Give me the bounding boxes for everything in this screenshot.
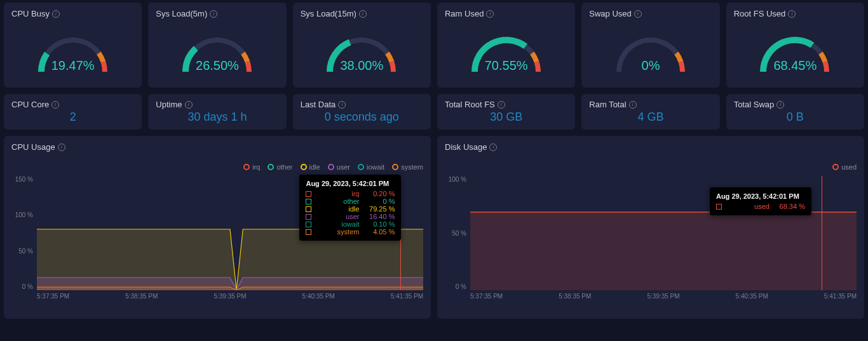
tooltip-time: Aug 29, 2023, 5:42:01 PM bbox=[716, 192, 805, 200]
stat-value: 4 GB bbox=[589, 110, 712, 124]
panel-title: Total Swap i bbox=[734, 100, 857, 109]
legend-item[interactable]: system bbox=[392, 163, 423, 171]
gauge: 26.50% bbox=[156, 18, 278, 76]
info-icon[interactable]: i bbox=[498, 101, 505, 109]
tooltip-row: iowait 0.10 % bbox=[306, 220, 395, 228]
tooltip-label: idle bbox=[315, 205, 359, 213]
gauge-panel[interactable]: Root FS Used i 68.45% bbox=[726, 3, 864, 88]
svg-marker-3 bbox=[37, 287, 423, 290]
gauge-panel[interactable]: CPU Busy i 19.47% bbox=[4, 3, 142, 88]
info-icon[interactable]: i bbox=[51, 101, 59, 109]
axis-tick: 5:41:35 PM bbox=[391, 293, 423, 300]
gauge: 38.00% bbox=[301, 18, 423, 76]
legend-swatch bbox=[832, 164, 839, 170]
legend-item[interactable]: other bbox=[268, 163, 292, 171]
legend-label: user bbox=[337, 163, 350, 171]
tooltip-label: used bbox=[726, 203, 770, 210]
tooltip-time: Aug 29, 2023, 5:42:01 PM bbox=[306, 180, 395, 187]
y-axis: 150 %100 %50 %0 % bbox=[11, 176, 37, 290]
legend-item[interactable]: used bbox=[832, 163, 857, 171]
info-icon[interactable]: i bbox=[634, 10, 642, 18]
cpu-chart-area[interactable]: 150 %100 %50 %0 % Aug 29, bbox=[11, 176, 423, 290]
legend-item[interactable]: irq bbox=[243, 163, 260, 171]
axis-tick: 5:37:35 PM bbox=[470, 293, 503, 300]
stat-value: 0 B bbox=[734, 110, 857, 124]
tooltip-swatch bbox=[306, 229, 311, 235]
info-icon[interactable]: i bbox=[338, 101, 346, 109]
plot[interactable]: Aug 29, 2023, 5:42:01 PM irq 0.20 % othe… bbox=[37, 176, 423, 290]
title-text: Total Root FS bbox=[445, 100, 495, 109]
legend-swatch bbox=[392, 164, 398, 170]
tooltip-swatch bbox=[306, 199, 311, 204]
gauge-panel[interactable]: Ram Used i 70.55% bbox=[437, 3, 575, 88]
axis-tick: 0 % bbox=[445, 283, 466, 290]
panel-title: Sys Load(5m) i bbox=[156, 9, 278, 18]
info-icon[interactable]: i bbox=[52, 10, 60, 18]
legend-label: idle bbox=[309, 163, 320, 171]
gauge-value: 26.50% bbox=[156, 58, 278, 73]
plot[interactable]: Aug 29, 2023, 5:42:01 PM used 68.34 % bbox=[470, 176, 857, 290]
x-axis: 5:37:35 PM5:38:35 PM5:39:35 PM5:40:35 PM… bbox=[470, 293, 857, 300]
gauge-value: 19.47% bbox=[11, 58, 134, 73]
axis-tick: 150 % bbox=[11, 176, 33, 183]
info-icon[interactable]: i bbox=[210, 10, 217, 18]
info-icon[interactable]: i bbox=[489, 144, 497, 151]
legend-item[interactable]: idle bbox=[301, 163, 320, 171]
gauge-panel[interactable]: Swap Used i 0% bbox=[581, 3, 719, 88]
tooltip-value: 16.40 % bbox=[363, 213, 395, 220]
tooltip-swatch bbox=[306, 222, 311, 227]
gauge: 70.55% bbox=[445, 18, 567, 76]
stat-value: 2 bbox=[11, 110, 134, 124]
title-text: Root FS Used bbox=[734, 9, 786, 18]
cpu-usage-panel[interactable]: CPU Usage i irqotheridleuseriowaitsystem… bbox=[4, 136, 431, 319]
tooltip-swatch bbox=[716, 204, 722, 210]
stat-panel[interactable]: Total Swap i 0 B bbox=[726, 94, 864, 130]
info-icon[interactable]: i bbox=[486, 10, 494, 18]
info-icon[interactable]: i bbox=[359, 10, 367, 18]
tooltip-label: user bbox=[315, 213, 359, 220]
panel-title: Sys Load(15m) i bbox=[301, 9, 423, 18]
disk-legend: used bbox=[445, 163, 857, 171]
axis-tick: 5:37:35 PM bbox=[37, 293, 69, 300]
cpu-tooltip: Aug 29, 2023, 5:42:01 PM irq 0.20 % othe… bbox=[299, 175, 401, 241]
stat-panel[interactable]: Uptime i 30 days 1 h bbox=[148, 94, 286, 130]
info-icon[interactable]: i bbox=[776, 101, 784, 109]
gauge-panel[interactable]: Sys Load(15m) i 38.00% bbox=[293, 3, 431, 88]
axis-tick: 5:39:35 PM bbox=[214, 293, 246, 300]
info-icon[interactable]: i bbox=[629, 101, 637, 109]
legend-swatch bbox=[243, 164, 250, 170]
legend-item[interactable]: user bbox=[328, 163, 350, 171]
gauge-panel[interactable]: Sys Load(5m) i 26.50% bbox=[148, 3, 286, 88]
stat-panel[interactable]: CPU Core i 2 bbox=[4, 94, 142, 130]
tooltip-value: 0.20 % bbox=[363, 190, 395, 197]
disk-tooltip: Aug 29, 2023, 5:42:01 PM used 68.34 % bbox=[710, 187, 811, 215]
info-icon[interactable]: i bbox=[58, 144, 65, 151]
stat-value: 30 days 1 h bbox=[156, 110, 278, 124]
info-icon[interactable]: i bbox=[185, 101, 193, 109]
y-axis: 100 %50 %0 % bbox=[445, 176, 470, 290]
x-axis: 5:37:35 PM5:38:35 PM5:39:35 PM5:40:35 PM… bbox=[37, 293, 423, 300]
title-text: Last Data bbox=[301, 100, 336, 109]
title-text: CPU Core bbox=[11, 100, 49, 109]
axis-tick: 5:39:35 PM bbox=[647, 293, 679, 300]
disk-usage-panel[interactable]: Disk Usage i used 100 %50 %0 % Aug 29, 2… bbox=[437, 136, 864, 319]
axis-tick: 5:40:35 PM bbox=[302, 293, 335, 300]
legend-swatch bbox=[301, 164, 307, 170]
stat-value: 30 GB bbox=[445, 110, 567, 124]
axis-tick: 0 % bbox=[11, 283, 33, 290]
info-icon[interactable]: i bbox=[788, 10, 796, 18]
panel-title: Last Data i bbox=[301, 100, 423, 109]
tooltip-row: user 16.40 % bbox=[306, 213, 395, 220]
stat-panel[interactable]: Ram Total i 4 GB bbox=[581, 94, 719, 130]
axis-tick: 5:40:35 PM bbox=[736, 293, 768, 300]
tooltip-value: 0 % bbox=[363, 197, 395, 205]
axis-tick: 100 % bbox=[445, 176, 466, 183]
stat-panel[interactable]: Total Root FS i 30 GB bbox=[437, 94, 575, 130]
panel-title: Total Root FS i bbox=[445, 100, 567, 109]
tooltip-swatch bbox=[306, 191, 311, 197]
title-text: Sys Load(15m) bbox=[301, 9, 356, 18]
disk-chart-area[interactable]: 100 %50 %0 % Aug 29, 2023, 5:42:01 PM us… bbox=[445, 176, 857, 290]
title-text: CPU Busy bbox=[11, 9, 50, 18]
legend-item[interactable]: iowait bbox=[358, 163, 384, 171]
stat-panel[interactable]: Last Data i 0 seconds ago bbox=[293, 94, 431, 130]
